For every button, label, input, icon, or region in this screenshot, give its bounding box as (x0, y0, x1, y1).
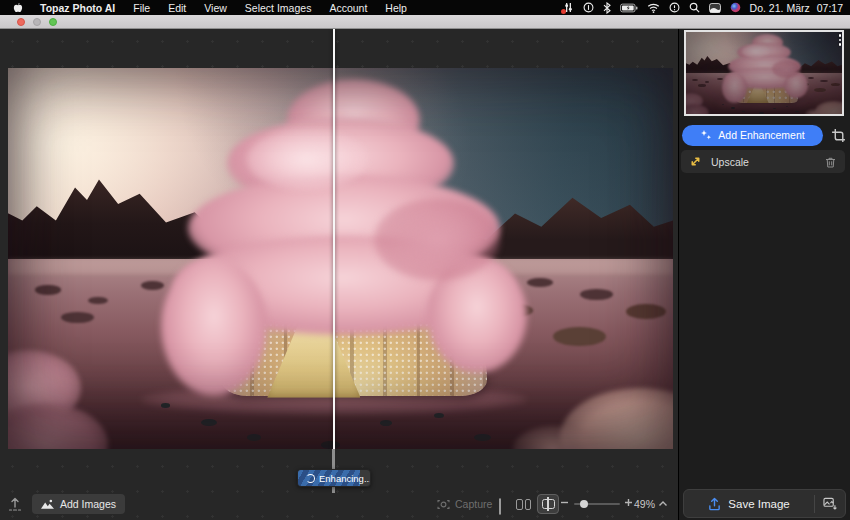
import-button[interactable] (8, 496, 22, 512)
capture-icon (437, 499, 450, 510)
zoom-slider-thumb[interactable] (580, 500, 588, 508)
add-images-label: Add Images (60, 498, 116, 510)
upscale-icon (689, 155, 702, 168)
delete-upscale-button[interactable] (825, 155, 837, 168)
menu-bar-clock[interactable]: Do. 21. März 07:17 (750, 2, 843, 14)
trash-icon (825, 156, 837, 168)
menu-view[interactable]: View (195, 2, 236, 14)
capture-label: Capture (455, 498, 492, 510)
add-enhancement-button[interactable]: Add Enhancement (682, 125, 823, 146)
enhancing-label: Enhancing... (319, 473, 371, 484)
menu-bar-status-area: Do. 21. März 07:17 (563, 0, 843, 15)
crop-button[interactable] (831, 127, 848, 144)
split-view-icon (542, 499, 555, 509)
enhancing-progress-badge: Enhancing... (297, 469, 371, 487)
clock-date: Do. 21. März (750, 2, 810, 14)
close-button[interactable] (17, 18, 25, 26)
menu-bar: Topaz Photo AI File Edit View Select Ima… (0, 0, 850, 15)
side-by-side-icon (516, 499, 523, 510)
control-center-icon[interactable] (709, 3, 721, 13)
chevron-up-icon (658, 500, 668, 507)
side-by-side-view-button[interactable] (516, 499, 531, 510)
zoom-slider[interactable] (574, 503, 620, 505)
photo-scene (686, 32, 842, 114)
single-view-icon (499, 498, 501, 515)
zoom-window-button[interactable] (49, 18, 57, 26)
zoom-level[interactable]: 49% (634, 498, 655, 510)
app-sliders-icon[interactable] (563, 2, 574, 13)
crop-icon (831, 128, 848, 143)
bottom-toolbar: Add Images Capture 49% (0, 489, 850, 520)
battery-icon[interactable] (620, 3, 638, 13)
menu-select-images[interactable]: Select Images (236, 2, 321, 14)
spotlight-icon[interactable] (689, 2, 700, 13)
zoom-in-button[interactable] (624, 498, 633, 507)
application-window: Topaz Photo AI File Edit View Select Ima… (0, 0, 850, 520)
siri-icon[interactable] (730, 2, 741, 13)
right-sidebar: Add Enhancement Upscale (678, 29, 850, 520)
circle-zero-icon[interactable] (583, 2, 594, 13)
menu-account[interactable]: Account (320, 2, 376, 14)
photo-comparison-view[interactable] (8, 68, 673, 449)
wifi-icon[interactable] (647, 3, 660, 13)
comparison-slider[interactable] (333, 29, 335, 449)
photo-scene (8, 68, 673, 449)
zoom-menu-button[interactable] (658, 500, 668, 507)
image-mountain-icon (41, 499, 54, 509)
add-enhancement-label: Add Enhancement (718, 129, 804, 141)
single-view-button[interactable] (492, 499, 507, 510)
menu-edit[interactable]: Edit (159, 2, 195, 14)
photo-vignette (8, 68, 673, 449)
window-titlebar[interactable] (0, 15, 850, 29)
add-images-button[interactable]: Add Images (32, 494, 125, 514)
upscale-panel[interactable]: Upscale (681, 150, 845, 173)
spinner-icon (306, 474, 315, 483)
circle-alert-icon[interactable] (669, 2, 680, 13)
zoom-level-value: 49% (634, 498, 655, 510)
clock-time: 07:17 (817, 2, 843, 14)
menu-file[interactable]: File (124, 2, 159, 14)
preview-thumbnail[interactable] (684, 30, 844, 116)
zoom-out-button[interactable] (560, 498, 569, 507)
menu-help[interactable]: Help (376, 2, 416, 14)
capture-button[interactable]: Capture (437, 498, 492, 510)
split-view-button[interactable] (537, 494, 559, 514)
enhancement-controls-row: Add Enhancement (682, 124, 848, 146)
photo-vignette (686, 32, 842, 114)
upscale-label: Upscale (711, 156, 816, 168)
apple-menu-icon[interactable] (0, 2, 31, 14)
import-upload-icon (8, 496, 22, 512)
minimize-button[interactable] (33, 18, 41, 26)
sparkles-icon (700, 129, 712, 141)
canvas-area: Enhancing... (0, 29, 678, 520)
app-menu-title[interactable]: Topaz Photo AI (31, 2, 124, 14)
bluetooth-icon[interactable] (603, 2, 611, 14)
thumbnail-menu-icon[interactable] (839, 34, 842, 46)
